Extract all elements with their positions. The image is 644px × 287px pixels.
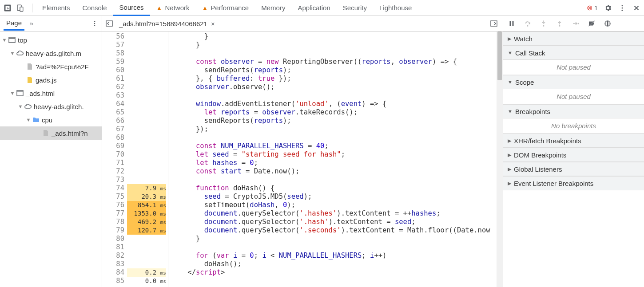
section-breakpoints[interactable]: ▼Breakpoints xyxy=(503,104,644,118)
error-dot-icon: ⊗ xyxy=(587,4,592,12)
svg-point-2 xyxy=(622,5,623,6)
deactivate-breakpoints-icon[interactable] xyxy=(588,20,596,28)
section-global[interactable]: ▶Global Listeners xyxy=(503,162,644,176)
code-editor[interactable]: 5657585960616263646566676869707172737475… xyxy=(102,31,503,287)
tree-file[interactable]: ?ad=%2Fcpu%2F xyxy=(0,60,102,73)
tree-top[interactable]: ▼top xyxy=(0,33,102,47)
section-xhr[interactable]: ▶XHR/fetch Breakpoints xyxy=(503,134,644,148)
tree-origin[interactable]: ▼heavy-ads.glitch. xyxy=(0,100,102,113)
settings-icon[interactable] xyxy=(604,4,612,12)
svg-point-22 xyxy=(604,20,611,27)
tab-memory[interactable]: Memory xyxy=(255,0,291,16)
debugger-pane: ▶Watch ▼Call Stack Not paused ▼Scope Not… xyxy=(503,16,644,287)
nav-forward-icon[interactable] xyxy=(489,19,498,28)
svg-point-19 xyxy=(578,23,579,24)
section-event[interactable]: ▶Event Listener Breakpoints xyxy=(503,176,644,190)
svg-rect-23 xyxy=(606,22,607,26)
section-scope[interactable]: ▼Scope xyxy=(503,75,644,89)
svg-rect-1 xyxy=(20,7,23,11)
device-toggle-icon[interactable] xyxy=(16,4,24,12)
pause-icon[interactable] xyxy=(508,20,516,28)
js-file-icon xyxy=(26,76,34,84)
debugger-toolbar xyxy=(503,16,644,31)
file-icon xyxy=(26,63,34,71)
svg-point-18 xyxy=(559,25,561,27)
tree-file[interactable]: gads.js xyxy=(0,73,102,86)
devtools-top-tabs: Elements Console Sources ▲Network ▲Perfo… xyxy=(0,0,644,16)
warn-icon: ▲ xyxy=(156,4,163,12)
cloud-icon xyxy=(24,102,32,110)
step-icon[interactable] xyxy=(572,20,580,28)
section-dom[interactable]: ▶DOM Breakpoints xyxy=(503,148,644,162)
callstack-body: Not paused xyxy=(503,60,644,75)
frame-icon xyxy=(16,89,24,97)
tree-frame[interactable]: ▼_ads.html xyxy=(0,86,102,100)
svg-point-17 xyxy=(543,25,545,27)
close-icon[interactable] xyxy=(632,4,640,12)
step-into-icon[interactable] xyxy=(540,20,548,28)
tab-console[interactable]: Console xyxy=(76,0,113,16)
svg-point-4 xyxy=(622,9,623,11)
line-gutter: 5657585960616263646566676869707172737475… xyxy=(102,31,127,287)
section-callstack[interactable]: ▼Call Stack xyxy=(503,46,644,60)
tab-security[interactable]: Security xyxy=(337,0,373,16)
folder-icon xyxy=(32,116,40,124)
tree-file-selected[interactable]: _ads.html?n xyxy=(0,126,102,140)
tab-performance[interactable]: ▲Performance xyxy=(195,0,255,16)
editor-pane: _ads.html?n=1588944068621 × 565758596061… xyxy=(102,16,503,287)
tab-lighthouse[interactable]: Lighthouse xyxy=(373,0,418,16)
tab-application[interactable]: Application xyxy=(291,0,336,16)
svg-point-6 xyxy=(94,23,95,24)
svg-point-5 xyxy=(94,21,95,22)
tab-sources[interactable]: Sources xyxy=(113,0,150,16)
more-tabs-icon[interactable]: » xyxy=(30,20,33,27)
tree-origin[interactable]: ▼heavy-ads.glitch.m xyxy=(0,47,102,60)
pause-on-exceptions-icon[interactable] xyxy=(604,20,612,28)
frame-icon xyxy=(8,36,16,44)
svg-point-7 xyxy=(94,25,95,26)
scope-body: Not paused xyxy=(503,89,644,104)
close-tab-icon[interactable]: × xyxy=(211,20,215,28)
nav-back-icon[interactable] xyxy=(105,19,114,28)
file-tree: ▼top ▼heavy-ads.glitch.m ?ad=%2Fcpu%2F g… xyxy=(0,31,102,287)
tab-network[interactable]: ▲Network xyxy=(150,0,196,16)
sidebar-more-icon[interactable] xyxy=(91,20,98,27)
sources-sidebar: Page » ▼top ▼heavy-ads.glitch.m ?ad=%2Fc… xyxy=(0,16,102,287)
step-over-icon[interactable] xyxy=(524,20,532,28)
svg-rect-24 xyxy=(608,22,610,26)
svg-rect-15 xyxy=(513,21,514,26)
vertical-scrollbar[interactable] xyxy=(497,31,503,287)
cloud-icon xyxy=(16,49,24,57)
sidebar-tab-page[interactable]: Page xyxy=(4,16,24,31)
code-content[interactable]: } } const observer = new ReportingObserv… xyxy=(168,31,503,287)
warn-icon: ▲ xyxy=(202,4,208,12)
breakpoints-body: No breakpoints xyxy=(503,118,644,134)
svg-rect-10 xyxy=(17,90,23,96)
inspect-icon[interactable] xyxy=(4,4,12,12)
step-out-icon[interactable] xyxy=(556,20,564,28)
editor-file-tab[interactable]: _ads.html?n=1588944068621 × xyxy=(115,20,219,28)
section-watch[interactable]: ▶Watch xyxy=(503,31,644,46)
svg-rect-14 xyxy=(510,21,511,26)
svg-point-3 xyxy=(622,7,623,8)
tree-folder[interactable]: ▼cpu xyxy=(0,113,102,126)
svg-rect-8 xyxy=(9,37,15,43)
timing-gutter: 7.9 ms20.3 ms854.1 ms1353.0 ms469.2 ms12… xyxy=(127,31,168,287)
file-icon xyxy=(42,129,50,137)
tab-elements[interactable]: Elements xyxy=(36,0,76,16)
svg-point-16 xyxy=(527,25,529,27)
more-menu-icon[interactable] xyxy=(618,4,626,12)
error-badge[interactable]: ⊗1 xyxy=(587,4,598,12)
scrollbar-thumb[interactable] xyxy=(497,31,502,80)
